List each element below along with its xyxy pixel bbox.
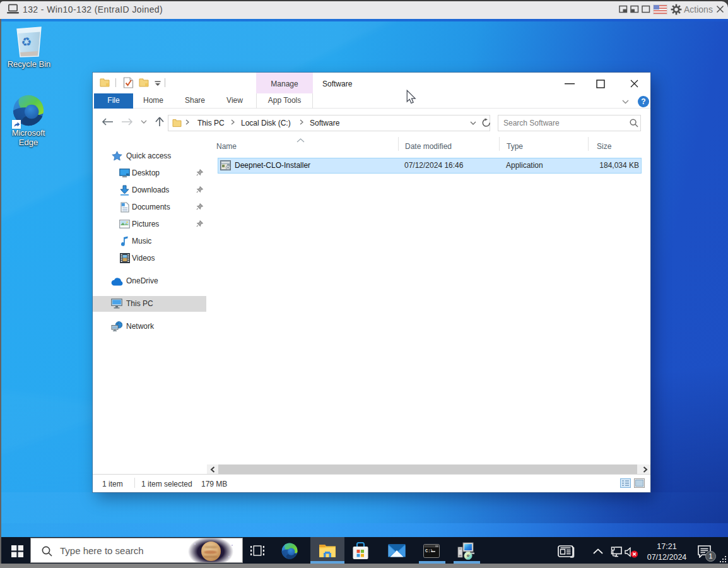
svg-text:♻: ♻: [20, 35, 32, 49]
